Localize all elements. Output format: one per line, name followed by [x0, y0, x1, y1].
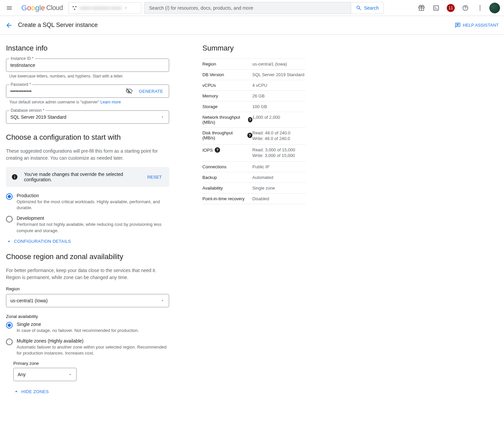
summary-row-availability: Availability Single zone: [202, 183, 306, 194]
multi-zone-option[interactable]: Multiple zones (Highly available) Automa…: [6, 338, 169, 356]
db-version-field[interactable]: Database version *: [6, 110, 169, 124]
multi-zone-desc: Automatic failover to another zone withi…: [17, 344, 169, 356]
hide-zones-label: HIDE ZONES: [21, 389, 49, 394]
password-field: Password * GENERATE: [6, 84, 169, 98]
region-select[interactable]: [6, 294, 169, 307]
region-desc: For better performance, keep your data c…: [6, 267, 169, 281]
chevron-down-icon: [6, 238, 12, 244]
development-desc: Performant but not highly available, whi…: [17, 221, 169, 233]
more-icon[interactable]: [473, 1, 487, 15]
help-dot-icon[interactable]: ?: [248, 117, 252, 122]
radio-icon[interactable]: [6, 216, 13, 222]
summary-row-pitr: Point-in-time recovery Disabled: [202, 194, 306, 204]
search-button-label: Search: [364, 5, 378, 11]
instance-info-heading: Instance info: [6, 44, 169, 53]
search-button[interactable]: Search: [351, 2, 383, 14]
primary-zone-wrap: Primary zone Any: [13, 361, 169, 381]
summary-row-disk: Disk throughput (MB/s)? Read: 48.0 of 24…: [202, 128, 306, 145]
hide-zones-toggle[interactable]: HIDE ZONES: [13, 388, 169, 394]
google-cloud-logo[interactable]: Google Cloud: [19, 4, 66, 12]
primary-zone-select[interactable]: Any: [13, 368, 77, 381]
notifications-icon[interactable]: 11: [444, 1, 457, 15]
summary-row-iops: IOPS? Read: 3,000 of 15,000 Write: 3,000…: [202, 145, 306, 162]
generate-password-button[interactable]: GENERATE: [137, 88, 165, 94]
svg-rect-9: [14, 176, 15, 178]
db-version-label: Database version *: [9, 108, 46, 113]
config-details-toggle[interactable]: CONFIGURATION DETAILS: [6, 238, 169, 244]
learn-more-link[interactable]: Learn more: [101, 100, 121, 104]
config-development-option[interactable]: Development Performant but not highly av…: [6, 216, 169, 233]
svg-point-2: [74, 9, 75, 10]
notification-count: 11: [447, 4, 455, 12]
form-column: Instance info Instance ID * Use lowercas…: [6, 41, 169, 402]
instance-id-field: Instance ID *: [6, 59, 169, 72]
visibility-off-icon[interactable]: [126, 87, 133, 95]
radio-icon[interactable]: [6, 322, 13, 329]
summary-panel: Summary Region us-central1 (Iowa) DB Ver…: [202, 41, 306, 402]
avatar[interactable]: [488, 1, 501, 15]
development-title: Development: [17, 216, 169, 221]
help-assistant-label: HELP ASSISTANT: [463, 23, 499, 28]
radio-icon[interactable]: [6, 339, 13, 345]
instance-id-label: Instance ID *: [9, 56, 35, 61]
summary-row-network: Network throughput (MB/s)? 1,000 of 2,00…: [202, 112, 306, 128]
logo-suffix: Cloud: [46, 4, 63, 12]
chevron-up-icon: [13, 388, 19, 394]
config-override-msg: You've made changes that override the se…: [24, 172, 139, 182]
multi-zone-title: Multiple zones (Highly available): [17, 338, 169, 344]
help-dot-icon[interactable]: ?: [247, 133, 252, 138]
summary-row-backup: Backup Automated: [202, 172, 306, 183]
svg-point-1: [75, 6, 77, 7]
summary-heading: Summary: [202, 44, 306, 53]
primary-zone-label: Primary zone: [13, 361, 169, 366]
back-arrow-icon[interactable]: [5, 22, 13, 29]
svg-rect-3: [434, 6, 439, 10]
chevron-down-icon: [68, 372, 72, 376]
page-title: Create a SQL Server instance: [18, 22, 98, 29]
password-hint: Your default service admin username is "…: [9, 100, 169, 104]
radio-icon[interactable]: [6, 193, 13, 200]
region-heading: Choose region and zonal availability: [6, 252, 169, 261]
project-name-blurred: xxxxx-xxxxxxxx-xxxxx: [80, 5, 122, 10]
config-override-info: You've made changes that override the se…: [6, 167, 169, 187]
svg-rect-10: [14, 175, 15, 176]
search-icon: [356, 5, 362, 11]
single-zone-title: Single zone: [17, 322, 139, 327]
cloud-shell-icon[interactable]: [429, 1, 443, 15]
chevron-down-icon: [124, 6, 127, 10]
svg-point-5: [479, 5, 480, 6]
help-assistant-button[interactable]: HELP ASSISTANT: [455, 22, 499, 28]
reset-button[interactable]: RESET: [145, 174, 164, 180]
main-content: Instance info Instance ID * Use lowercas…: [0, 35, 389, 416]
config-heading: Choose a configuration to start with: [6, 133, 169, 142]
search-wrapper: Search (/) for resources, docs, products…: [144, 2, 384, 14]
region-label: Region: [6, 286, 169, 291]
chat-icon: [455, 22, 461, 28]
help-icon[interactable]: [459, 1, 472, 15]
password-label: Password *: [9, 82, 32, 87]
single-zone-desc: In case of outage, no failover. Not reco…: [17, 328, 139, 334]
top-bar: Google Cloud xxxxx-xxxxxxxx-xxxxx Search…: [0, 0, 504, 16]
help-dot-icon[interactable]: ?: [215, 147, 220, 153]
summary-row-memory: Memory 26 GB: [202, 91, 306, 101]
production-desc: Optimized for the most critical workload…: [17, 199, 169, 211]
topbar-right: 11: [415, 1, 501, 15]
search-placeholder: Search (/) for resources, docs, products…: [149, 5, 253, 11]
production-title: Production: [17, 193, 169, 198]
region-field[interactable]: [6, 294, 169, 307]
menu-icon[interactable]: [3, 1, 16, 15]
summary-row-dbversion: DB Version SQL Server 2019 Standard: [202, 70, 306, 80]
gift-icon[interactable]: [415, 1, 428, 15]
single-zone-option[interactable]: Single zone In case of outage, no failov…: [6, 322, 169, 334]
svg-point-7: [479, 9, 480, 10]
config-details-label: CONFIGURATION DETAILS: [14, 239, 71, 244]
info-icon: [11, 174, 18, 180]
summary-row-region: Region us-central1 (Iowa): [202, 59, 306, 70]
project-icon: [72, 5, 77, 11]
zonal-label: Zonal availability: [6, 314, 169, 319]
config-desc: These suggested configurations will pre-…: [6, 148, 169, 162]
config-production-option[interactable]: Production Optimized for the most critic…: [6, 193, 169, 211]
summary-row-vcpus: vCPUs 4 vCPU: [202, 80, 306, 91]
search-input[interactable]: Search (/) for resources, docs, products…: [144, 2, 351, 14]
project-picker[interactable]: xxxxx-xxxxxxxx-xxxxx: [68, 2, 141, 14]
